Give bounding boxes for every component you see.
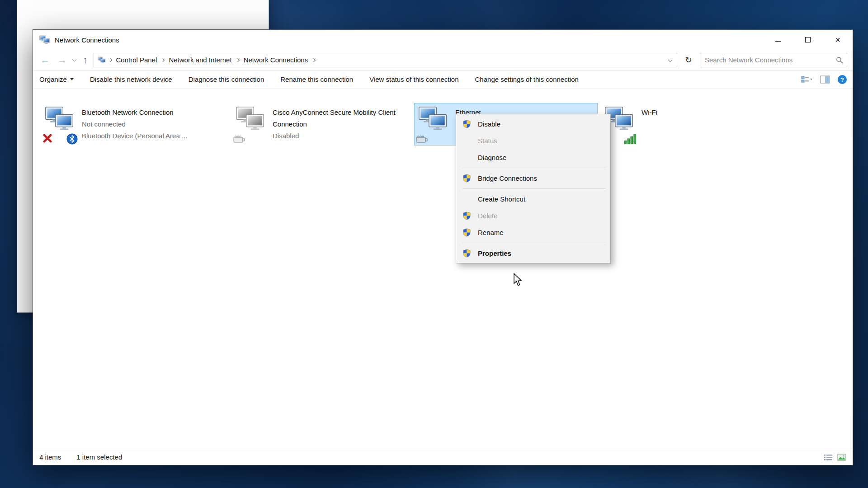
- chevron-down-icon: [70, 78, 74, 80]
- mouse-cursor: [513, 273, 523, 286]
- menu-item-diagnose[interactable]: Diagnose: [456, 149, 610, 166]
- breadcrumb-chevron-icon: [236, 58, 239, 61]
- menu-item-create-shortcut[interactable]: Create Shortcut: [456, 191, 610, 207]
- connections-list: Bluetooth Network Connection Not connect…: [33, 89, 853, 449]
- breadcrumb-chevron-icon: [161, 58, 165, 61]
- menu-item-disable[interactable]: Disable: [456, 116, 610, 132]
- breadcrumb-chevron-icon: [108, 58, 112, 61]
- connection-status: Disabled: [273, 130, 402, 142]
- connection-tile-wifi[interactable]: Wi-Fi: [601, 103, 783, 145]
- ethernet-plug-icon: [416, 135, 428, 143]
- search-box[interactable]: [700, 53, 847, 67]
- view-status-button[interactable]: View status of this connection: [369, 75, 458, 83]
- rename-connection-button[interactable]: Rename this connection: [280, 75, 353, 83]
- connection-tile-cisco[interactable]: Cisco AnyConnect Secure Mobility Client …: [232, 103, 415, 145]
- breadcrumb-network-connections[interactable]: Network Connections: [242, 56, 310, 64]
- close-icon: ×: [835, 35, 840, 45]
- status-bar-view-buttons: [824, 454, 846, 461]
- menu-separator: [462, 188, 606, 189]
- breadcrumb-chevron-icon: [312, 58, 316, 61]
- refresh-button[interactable]: ↻: [681, 53, 696, 67]
- menu-separator: [462, 168, 606, 168]
- minimize-icon: [775, 41, 781, 42]
- maximize-button[interactable]: [793, 30, 823, 50]
- disable-device-button[interactable]: Disable this network device: [90, 75, 172, 83]
- organize-button[interactable]: Organize: [39, 75, 74, 83]
- connection-status: Not connected: [82, 118, 187, 130]
- navigation-bar: ← → ↑ Control Panel Network and Internet…: [33, 50, 853, 70]
- address-location-icon: [98, 56, 106, 64]
- items-count: 4 items: [39, 453, 61, 461]
- toolbar-right-icons: ?: [801, 70, 847, 89]
- history-dropdown-icon[interactable]: [72, 57, 77, 61]
- address-bar[interactable]: Control Panel Network and Internet Netwo…: [94, 53, 678, 67]
- up-button[interactable]: ↑: [81, 55, 90, 65]
- breadcrumb-control-panel[interactable]: Control Panel: [115, 56, 159, 64]
- breadcrumb-network-and-internet[interactable]: Network and Internet: [167, 56, 233, 64]
- uac-shield-icon: [462, 211, 471, 221]
- title-bar[interactable]: Network Connections ×: [33, 30, 853, 50]
- connection-name: Wi-Fi: [642, 107, 657, 118]
- menu-item-properties[interactable]: Properties: [456, 245, 610, 262]
- menu-item-rename[interactable]: Rename: [456, 224, 610, 241]
- ethernet-connection-icon: [418, 106, 450, 142]
- change-view-button[interactable]: [801, 75, 813, 84]
- menu-separator: [462, 243, 606, 243]
- forward-button[interactable]: →: [56, 55, 69, 65]
- preview-pane-button[interactable]: [820, 75, 830, 84]
- network-connections-window: Network Connections × ← → ↑ Control Pane…: [33, 29, 853, 465]
- back-button[interactable]: ←: [38, 55, 52, 65]
- bluetooth-icon: [66, 133, 78, 145]
- status-bar: 4 items 1 item selected: [33, 449, 853, 465]
- maximize-icon: [805, 37, 811, 42]
- organize-label: Organize: [39, 75, 67, 83]
- menu-item-delete: Delete: [456, 207, 610, 224]
- ethernet-plug-icon: [233, 135, 245, 143]
- chevron-down-icon: [668, 58, 672, 62]
- connection-name: Bluetooth Network Connection: [82, 107, 187, 118]
- command-bar: Organize Disable this network device Dia…: [33, 70, 853, 89]
- address-dropdown-button[interactable]: [664, 58, 676, 61]
- connection-name: Cisco AnyConnect Secure Mobility Client …: [273, 107, 402, 130]
- caption-buttons: ×: [763, 30, 853, 50]
- context-menu: Disable Status Diagnose Bridge Connectio…: [456, 114, 611, 263]
- search-input[interactable]: [704, 56, 836, 64]
- help-button[interactable]: ?: [837, 75, 847, 84]
- change-settings-button[interactable]: Change settings of this connection: [475, 75, 579, 83]
- svg-text:?: ?: [840, 76, 844, 83]
- menu-item-status: Status: [456, 132, 610, 149]
- bluetooth-connection-icon: [45, 106, 76, 142]
- network-connections-app-icon: [39, 35, 50, 45]
- close-button[interactable]: ×: [823, 30, 853, 50]
- wifi-signal-bars-icon: [624, 133, 637, 145]
- uac-shield-icon: [462, 174, 471, 183]
- cisco-connection-icon: [236, 106, 267, 142]
- details-view-button[interactable]: [824, 454, 833, 461]
- connection-tile-bluetooth[interactable]: Bluetooth Network Connection Not connect…: [41, 103, 224, 145]
- large-icons-view-button[interactable]: [837, 454, 846, 461]
- minimize-button[interactable]: [763, 30, 793, 50]
- window-title: Network Connections: [55, 36, 119, 44]
- search-icon: [836, 56, 843, 64]
- menu-item-bridge-connections[interactable]: Bridge Connections: [456, 170, 610, 187]
- disconnected-x-icon: [42, 133, 52, 143]
- uac-shield-icon: [462, 120, 471, 129]
- diagnose-connection-button[interactable]: Diagnose this connection: [189, 75, 264, 83]
- uac-shield-icon: [462, 249, 471, 258]
- uac-shield-icon: [462, 228, 471, 237]
- selection-count: 1 item selected: [76, 453, 122, 461]
- connection-device: Bluetooth Device (Personal Area ...: [82, 130, 187, 142]
